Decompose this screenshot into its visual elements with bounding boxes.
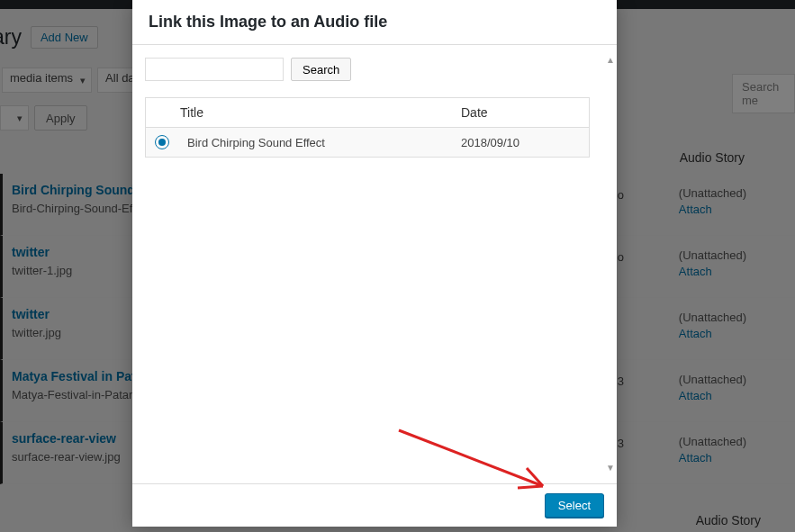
table-header: Title Date [146,98,589,128]
th-date: Date [461,105,580,120]
row-date: 2018/09/10 [461,136,580,149]
search-input[interactable] [145,58,284,81]
select-button[interactable]: Select [545,493,604,518]
scroll-down-icon[interactable]: ▼ [606,464,615,473]
search-button[interactable]: Search [291,58,351,81]
scrollbar[interactable]: ▲ ▼ [606,56,615,473]
th-title: Title [176,105,461,120]
row-title: Bird Chirping Sound Effect [176,136,461,149]
scroll-up-icon[interactable]: ▲ [606,56,615,65]
radio-icon[interactable] [155,135,169,149]
table-row[interactable]: Bird Chirping Sound Effect 2018/09/10 [146,128,589,157]
modal-title: Link this Image to an Audio file [149,13,601,32]
link-audio-modal: Link this Image to an Audio file Search … [132,0,617,527]
